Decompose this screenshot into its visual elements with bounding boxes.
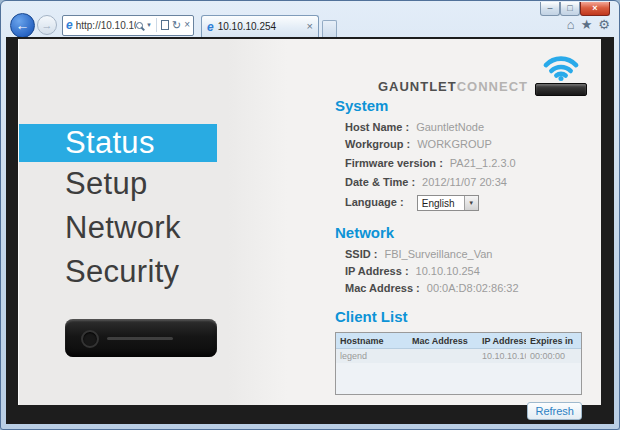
close-button[interactable]: ×: [580, 2, 610, 16]
tab-close-icon[interactable]: ×: [307, 21, 313, 32]
workgroup-row: Workgroup :WORKGROUP: [345, 138, 597, 151]
address-bar-icons: ▼ ↻ ×: [136, 18, 190, 32]
network-title: Network: [335, 224, 597, 241]
client-list-section: Client List Hostname Mac Address IP Addr…: [335, 308, 597, 420]
sidebar-item-status[interactable]: Status: [19, 124, 217, 162]
column-ip-address: IP Address: [478, 336, 526, 346]
brand-device: [535, 50, 587, 96]
refresh-icon[interactable]: ↻: [172, 20, 181, 31]
brand-logo: GAUNTLETCONNECT: [378, 50, 587, 96]
sidebar-item-setup[interactable]: Setup: [19, 162, 287, 206]
screen: – □ × ← → e http://10.10.10.254/ ▼ ↻ ×: [0, 0, 620, 430]
language-select[interactable]: English ▼: [417, 195, 479, 211]
cell-hostname: legend: [336, 351, 408, 361]
cell-ip-address: 10.10.10.100: [478, 351, 526, 361]
forward-button[interactable]: →: [37, 15, 57, 35]
workgroup-label: Workgroup :: [345, 138, 410, 150]
ssid-value: FBI_Surveillance_Van: [384, 248, 492, 260]
language-row: Language : English ▼: [345, 195, 597, 211]
table-row: legend 10.10.10.100 00:00:00: [336, 349, 581, 363]
browser-toolbar: ← → e http://10.10.10.254/ ▼ ↻ × e 10.10…: [10, 13, 610, 37]
back-button[interactable]: ←: [10, 13, 35, 38]
client-list-title: Client List: [335, 308, 597, 325]
home-icon[interactable]: ⌂: [567, 18, 575, 32]
compatibility-view-icon[interactable]: [161, 20, 169, 30]
network-section: Network SSID :FBI_Surveillance_Van IP Ad…: [335, 224, 597, 295]
table-empty-space: [336, 363, 581, 394]
cell-expires-in: 00:00:00: [526, 351, 581, 361]
router-admin-page: Status Setup Network Security GAUNTLETCO…: [18, 39, 601, 405]
main-content: System Host Name :GauntletNode Workgroup…: [335, 97, 597, 420]
sidebar-item-network[interactable]: Network: [19, 206, 287, 250]
new-tab-button[interactable]: [322, 20, 337, 37]
ip-address-row: IP Address :10.10.10.254: [345, 265, 597, 278]
router-device-image: [65, 319, 217, 357]
table-header-row: Hostname Mac Address IP Address Expires …: [336, 333, 581, 349]
tools-gear-icon[interactable]: ⚙: [598, 18, 610, 32]
sidebar-item-security[interactable]: Security: [19, 250, 287, 294]
firmware-row: Firmware version :PA21_1.2.3.0: [345, 157, 597, 170]
host-name-label: Host Name :: [345, 121, 409, 133]
url-text[interactable]: http://10.10.10.254/: [76, 20, 136, 31]
browser-window: – □ × ← → e http://10.10.10.254/ ▼ ↻ ×: [0, 0, 620, 430]
window-controls: – □ ×: [540, 2, 610, 16]
toolbar-right-icons: ⌂ ★ ⚙: [567, 18, 610, 32]
system-section: System Host Name :GauntletNode Workgroup…: [335, 97, 597, 211]
host-name-row: Host Name :GauntletNode: [345, 121, 597, 134]
search-icon[interactable]: [136, 22, 143, 29]
address-bar[interactable]: e http://10.10.10.254/ ▼ ↻ ×: [62, 15, 194, 36]
stop-icon[interactable]: ×: [184, 20, 190, 30]
language-selected-value: English: [418, 197, 464, 210]
system-title: System: [335, 97, 597, 114]
ie-icon: e: [66, 19, 73, 31]
datetime-label: Date & Time :: [345, 176, 415, 188]
favorites-star-icon[interactable]: ★: [581, 18, 593, 32]
workgroup-value: WORKGROUP: [417, 138, 492, 150]
mac-address-row: Mac Address :00:0A:D8:02:86:32: [345, 282, 597, 295]
chevron-down-icon[interactable]: ▼: [146, 22, 152, 28]
firmware-label: Firmware version :: [345, 157, 443, 169]
brand-name: GAUNTLETCONNECT: [378, 79, 528, 96]
ip-address-label: IP Address :: [345, 265, 409, 277]
maximize-button[interactable]: □: [560, 2, 580, 16]
brand-name-bold: GAUNTLET: [378, 79, 457, 94]
language-dropdown-arrow-icon[interactable]: ▼: [464, 196, 478, 210]
column-expires-in: Expires in: [526, 336, 581, 346]
tab-title: 10.10.10.254: [218, 21, 303, 32]
column-hostname: Hostname: [336, 336, 408, 346]
ip-address-value: 10.10.10.254: [416, 265, 480, 277]
sidebar: Status Setup Network Security: [19, 39, 287, 405]
datetime-value: 2012/11/07 20:34: [422, 176, 507, 188]
datetime-row: Date & Time :2012/11/07 20:34: [345, 176, 597, 189]
mac-address-label: Mac Address :: [345, 282, 420, 294]
refresh-button[interactable]: Refresh: [527, 402, 582, 420]
host-name-value: GauntletNode: [416, 121, 484, 133]
mac-address-value: 00:0A:D8:02:86:32: [427, 282, 519, 294]
column-mac-address: Mac Address: [408, 336, 478, 346]
client-list-table: Hostname Mac Address IP Address Expires …: [335, 332, 582, 395]
wifi-icon: [540, 50, 582, 81]
ssid-row: SSID :FBI_Surveillance_Van: [345, 248, 597, 261]
firmware-value: PA21_1.2.3.0: [450, 157, 516, 169]
nav-menu: Status Setup Network Security: [19, 124, 287, 294]
minimize-button[interactable]: –: [540, 2, 560, 16]
page-viewport: Status Setup Network Security GAUNTLETCO…: [6, 37, 614, 424]
tab-favicon: e: [207, 21, 214, 33]
divider: [156, 18, 157, 32]
brand-device-bar: [535, 83, 587, 96]
brand-name-light: CONNECT: [457, 79, 528, 94]
ssid-label: SSID :: [345, 248, 377, 260]
refresh-row: Refresh: [335, 401, 582, 420]
language-label: Language :: [345, 196, 404, 208]
browser-tab[interactable]: e 10.10.10.254 ×: [201, 15, 319, 37]
